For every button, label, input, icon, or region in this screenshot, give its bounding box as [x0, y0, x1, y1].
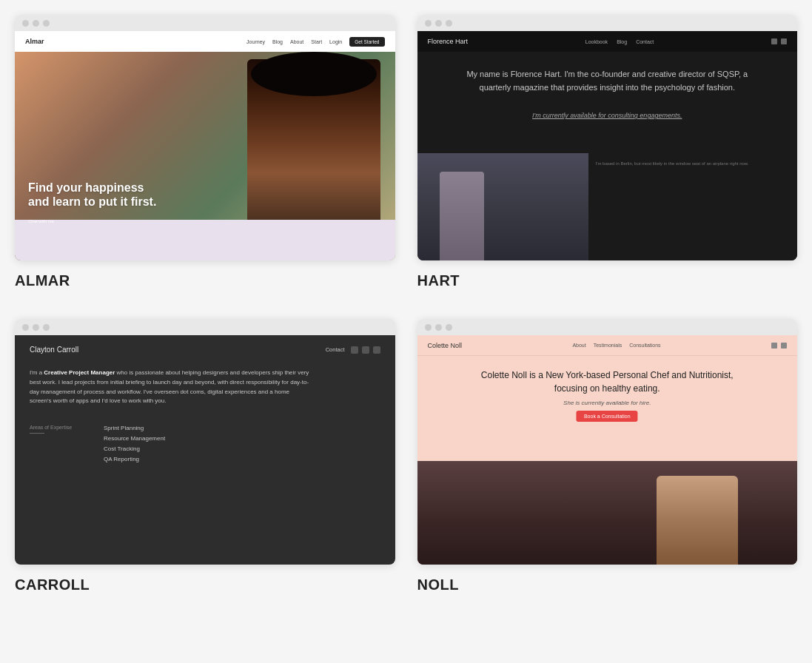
noll-logo: Colette Noll [428, 342, 463, 349]
noll-card-label: NOLL [417, 576, 798, 593]
almar-logo: Almar [25, 38, 44, 45]
dot-2 [33, 20, 39, 27]
carroll-nav-right: Contact [326, 346, 380, 354]
hart-social-icons [771, 38, 787, 44]
noll-link-testimonials: Testimonials [594, 343, 623, 348]
carroll-facebook-icon [362, 346, 369, 354]
almar-nav-links: Journey Blog About Start Login Get Start… [246, 37, 384, 47]
hart-link-contact: Contact [636, 39, 654, 44]
carroll-browser-bar [15, 319, 395, 335]
carroll-browser-content: Clayton Carroll Contact I'm a Creative P… [15, 335, 395, 565]
noll-figure [417, 461, 798, 565]
almar-bottom-area [15, 220, 395, 260]
carroll-expertise-label: Areas of Expertise [30, 425, 81, 462]
dot-11 [435, 324, 442, 331]
noll-browser: Colette Noll About Testimonials Consulta… [417, 319, 798, 565]
almar-chat-link[interactable]: Chat with me [28, 219, 54, 223]
dot-7 [22, 324, 29, 331]
carroll-linkedin-icon [373, 346, 380, 354]
hart-browser: Florence Hart Lookbook Blog Contact My n… [417, 15, 798, 260]
noll-hero-text: Colette Noll is a New York-based Persona… [465, 368, 750, 422]
almar-link-journey: Journey [246, 39, 265, 44]
almar-link-start: Start [311, 39, 322, 44]
noll-person-shape [657, 476, 738, 565]
noll-available: She is currently available for hire. [465, 400, 750, 406]
dot-8 [33, 324, 39, 331]
hart-browser-bar [417, 15, 798, 31]
almar-site: Almar Journey Blog About Start Login Get… [15, 31, 395, 260]
hart-logo: Florence Hart [428, 38, 469, 45]
portfolio-grid: Almar Journey Blog About Start Login Get… [0, 0, 812, 608]
hart-browser-content: Florence Hart Lookbook Blog Contact My n… [417, 31, 798, 260]
noll-social-icons [771, 343, 787, 349]
carroll-expertise-section: Areas of Expertise Sprint Planning Resou… [30, 425, 380, 462]
dot-4 [425, 20, 432, 27]
carroll-twitter-icon [351, 346, 358, 354]
carroll-skill-2: Resource Management [104, 435, 165, 442]
card-noll[interactable]: Colette Noll About Testimonials Consulta… [417, 319, 798, 593]
carroll-skill-4: QA Reporting [104, 456, 165, 462]
almar-nav: Almar Journey Blog About Start Login Get… [15, 31, 395, 52]
hart-bio: My name is Florence Hart. I'm the co-fou… [455, 68, 759, 94]
almar-browser-content: Almar Journey Blog About Start Login Get… [15, 31, 395, 260]
carroll-skills-list: Sprint Planning Resource Management Cost… [104, 425, 165, 462]
carroll-skill-1: Sprint Planning [104, 425, 165, 431]
carroll-social-icons [351, 346, 380, 354]
carroll-skill-3: Cost Tracking [104, 445, 165, 452]
noll-twitter-icon [781, 343, 787, 349]
noll-headline: Colette Noll is a New York-based Persona… [465, 368, 750, 395]
noll-facebook-icon [771, 343, 777, 349]
dot-3 [43, 20, 50, 27]
carroll-browser: Clayton Carroll Contact I'm a Creative P… [15, 319, 395, 565]
carroll-nav: Clayton Carroll Contact [30, 346, 380, 354]
dot-12 [446, 324, 452, 331]
noll-image-area [417, 461, 798, 565]
hart-site: Florence Hart Lookbook Blog Contact My n… [417, 31, 798, 260]
noll-link-consultations: Consultations [629, 343, 660, 348]
noll-browser-content: Colette Noll About Testimonials Consulta… [417, 335, 798, 565]
almar-link-login: Login [329, 39, 342, 44]
hart-hero-text: My name is Florence Hart. I'm the co-fou… [455, 68, 759, 121]
almar-link-about: About [290, 39, 303, 44]
hart-image-area: I'm based in Berlin, but most likely in … [417, 153, 798, 260]
hart-right-caption: I'm based in Berlin, but most likely in … [588, 153, 797, 260]
hart-available: I'm currently available for consulting e… [532, 112, 682, 119]
card-hart[interactable]: Florence Hart Lookbook Blog Contact My n… [417, 15, 798, 289]
noll-nav: Colette Noll About Testimonials Consulta… [417, 335, 798, 356]
noll-link-about: About [572, 343, 585, 348]
hart-nav-links: Lookbook Blog Contact [585, 39, 654, 44]
hart-left-image [417, 153, 588, 260]
dot-1 [22, 20, 29, 27]
dot-10 [425, 324, 432, 331]
card-almar[interactable]: Almar Journey Blog About Start Login Get… [15, 15, 395, 289]
carroll-logo: Clayton Carroll [30, 346, 78, 354]
hart-link-lookbook: Lookbook [585, 39, 608, 44]
noll-site: Colette Noll About Testimonials Consulta… [417, 335, 798, 565]
dot-5 [435, 20, 442, 27]
noll-nav-links: About Testimonials Consultations [572, 343, 660, 348]
almar-browser-bar [15, 15, 395, 31]
noll-browser-bar [417, 319, 798, 335]
hart-nav: Florence Hart Lookbook Blog Contact [417, 31, 798, 52]
card-carroll[interactable]: Clayton Carroll Contact I'm a Creative P… [15, 319, 395, 593]
almar-card-label: ALMAR [15, 272, 395, 289]
almar-hair-shape [251, 52, 377, 96]
hart-instagram-icon [771, 38, 777, 44]
carroll-card-label: CARROLL [15, 576, 395, 593]
hart-person-figure [440, 172, 484, 260]
carroll-intro-text: I'm a Creative Project Manager who is pa… [30, 368, 311, 406]
hart-link-blog: Blog [617, 39, 627, 44]
almar-hero-text: Find your happiness and learn to put it … [28, 181, 156, 209]
almar-browser: Almar Journey Blog About Start Login Get… [15, 15, 395, 260]
almar-link-blog: Blog [272, 39, 283, 44]
almar-cta-button[interactable]: Get Started [349, 37, 384, 47]
hart-twitter-icon [781, 38, 787, 44]
dot-9 [43, 324, 50, 331]
dot-6 [446, 20, 452, 27]
hart-caption-text: I'm based in Berlin, but most likely in … [596, 161, 790, 167]
almar-headline: Find your happiness and learn to put it … [28, 181, 156, 209]
carroll-contact-link[interactable]: Contact [326, 346, 345, 353]
carroll-site: Clayton Carroll Contact I'm a Creative P… [15, 335, 395, 565]
noll-book-button[interactable]: Book a Consultation [577, 411, 638, 422]
hart-card-label: HART [417, 272, 798, 289]
